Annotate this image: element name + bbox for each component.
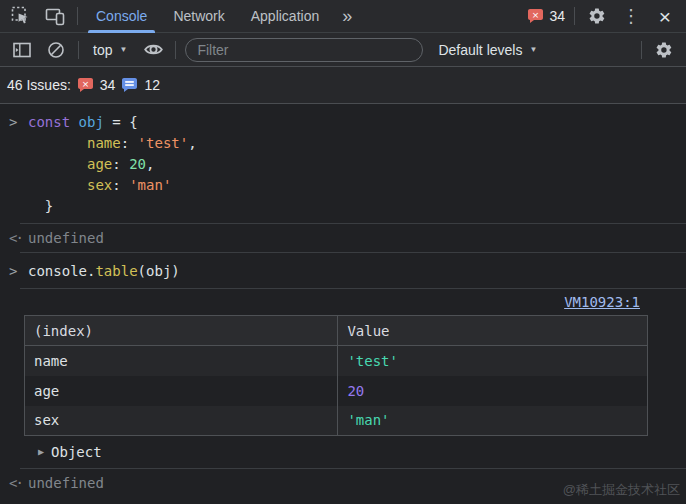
log-levels-label: Default levels xyxy=(438,42,522,58)
more-tabs-button[interactable]: » xyxy=(332,7,362,25)
tab-network[interactable]: Network xyxy=(160,0,237,33)
device-toolbar-button[interactable] xyxy=(38,1,72,31)
table-header-cell[interactable]: Value xyxy=(338,316,648,346)
table-row: age20 xyxy=(25,376,648,406)
code-token: age xyxy=(87,156,112,172)
clear-console-button[interactable] xyxy=(39,35,73,65)
table-row: sex'man' xyxy=(25,406,648,436)
code-token: sex xyxy=(87,177,112,193)
console-entry-input: >console.table(obj) xyxy=(0,253,686,289)
table-cell-value: 'test' xyxy=(338,346,648,376)
table-result-wrap: VM10923:1(index)Valuename'test'age20sex'… xyxy=(24,293,648,462)
code-line: age: 20, xyxy=(28,154,686,175)
object-expander[interactable]: ▶Object xyxy=(24,442,648,462)
devtools-tabbar: Console Network Application » × 34 ⋮ × xyxy=(0,0,686,33)
tab-network-label: Network xyxy=(173,8,224,24)
toolbar-separator xyxy=(175,41,176,59)
console-entry-table-result: VM10923:1(index)Valuename'test'age20sex'… xyxy=(0,289,686,469)
code-line: const obj = { xyxy=(28,112,686,133)
kebab-menu-button[interactable]: ⋮ xyxy=(614,1,648,31)
console-sidebar-toggle-button[interactable] xyxy=(5,35,39,65)
code-token: = { xyxy=(104,114,138,130)
source-link-row: VM10923:1 xyxy=(24,293,648,311)
table-cell-index: name xyxy=(25,346,338,376)
code-token: : xyxy=(112,156,129,172)
sidebar-panel-icon xyxy=(12,40,32,60)
table-row: name'test' xyxy=(25,346,648,376)
tab-application-label: Application xyxy=(251,8,320,24)
code-token: console. xyxy=(28,263,95,279)
console-entry-output: <·undefined xyxy=(0,469,686,498)
console-table: (index)Valuename'test'age20sex'man' xyxy=(24,315,648,436)
issues-message-count: 12 xyxy=(144,77,160,93)
code-line: } xyxy=(28,196,686,217)
code-token: : xyxy=(112,177,129,193)
source-link[interactable]: VM10923:1 xyxy=(564,294,640,310)
error-bubble-icon: × xyxy=(528,9,543,23)
code-token xyxy=(28,156,87,172)
toolbar-separator xyxy=(78,41,79,59)
message-bubble-icon xyxy=(122,78,137,92)
error-count-badge[interactable]: × 34 xyxy=(528,8,569,24)
code-token xyxy=(70,114,78,130)
log-levels-selector[interactable]: Default levels ▼ xyxy=(429,42,546,58)
console-settings-button[interactable] xyxy=(647,35,681,65)
inspect-element-button[interactable] xyxy=(4,1,38,31)
live-expression-button[interactable] xyxy=(136,35,170,65)
code-token: , xyxy=(146,156,154,172)
tabbar-separator xyxy=(574,7,575,25)
code-line: console.table(obj) xyxy=(28,261,686,282)
table-cell-value: 'man' xyxy=(338,406,648,436)
tab-console[interactable]: Console xyxy=(83,0,160,33)
toolbar-separator xyxy=(641,41,642,59)
error-count-label: 34 xyxy=(549,8,565,24)
console-entry-input: >const obj = { name: 'test', age: 20, se… xyxy=(0,104,686,224)
console-entry-body: undefined xyxy=(28,228,686,249)
issues-error-count: 34 xyxy=(100,77,116,93)
clear-console-icon xyxy=(46,40,66,60)
tabbar-separator xyxy=(77,7,78,25)
table-header-cell[interactable]: (index) xyxy=(25,316,338,346)
console-messages: >const obj = { name: 'test', age: 20, se… xyxy=(0,104,686,504)
chevron-down-icon: ▼ xyxy=(529,46,537,54)
error-bubble-icon: × xyxy=(78,78,93,92)
close-devtools-button[interactable]: × xyxy=(648,1,682,31)
output-marker-icon: <· xyxy=(0,228,28,249)
tab-console-label: Console xyxy=(96,8,147,24)
device-toolbar-icon xyxy=(45,6,65,26)
code-token: 'man' xyxy=(129,177,171,193)
context-selector[interactable]: top ▼ xyxy=(84,42,136,58)
code-line: name: 'test', xyxy=(28,133,686,154)
chevron-down-icon: ▼ xyxy=(119,46,127,54)
code-token: name xyxy=(87,135,121,151)
issues-bar[interactable]: 46 Issues: × 34 12 xyxy=(0,67,686,104)
gear-icon xyxy=(588,7,606,25)
input-marker-icon: > xyxy=(0,261,28,282)
svg-text:×: × xyxy=(82,79,90,89)
code-token: , xyxy=(188,135,196,151)
table-cell-index: age xyxy=(25,376,338,406)
code-token: 20 xyxy=(129,156,146,172)
code-token: (obj) xyxy=(138,263,180,279)
code-token: table xyxy=(95,263,137,279)
filter-input[interactable] xyxy=(185,38,423,62)
code-token: } xyxy=(28,198,53,214)
code-token: 'test' xyxy=(138,135,189,151)
context-selector-label: top xyxy=(93,42,112,58)
console-entry-body: console.table(obj) xyxy=(28,261,686,282)
svg-text:×: × xyxy=(532,10,540,20)
console-entry-body: undefined xyxy=(28,473,686,494)
devtools-window: Console Network Application » × 34 ⋮ × xyxy=(0,0,686,504)
table-cell-value: 20 xyxy=(338,376,648,406)
gear-icon xyxy=(655,41,673,59)
console-toolbar: top ▼ Default levels ▼ xyxy=(0,33,686,67)
devtools-settings-button[interactable] xyxy=(580,1,614,31)
console-entry-body: const obj = { name: 'test', age: 20, sex… xyxy=(28,112,686,217)
expand-triangle-icon: ▶ xyxy=(38,442,44,462)
console-entry-output: <·undefined xyxy=(0,224,686,253)
output-marker-icon: <· xyxy=(0,473,28,494)
undefined-result: undefined xyxy=(28,473,686,494)
inspect-cursor-icon xyxy=(11,6,31,26)
code-token: : xyxy=(121,135,138,151)
tab-application[interactable]: Application xyxy=(238,0,333,33)
